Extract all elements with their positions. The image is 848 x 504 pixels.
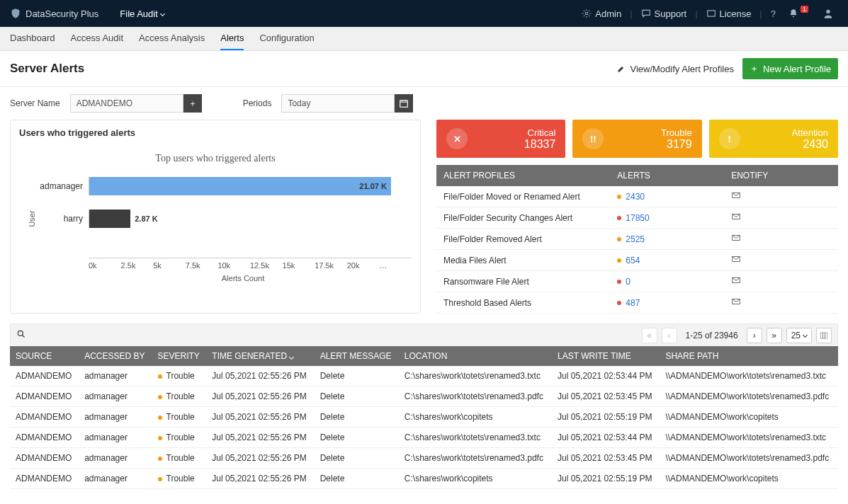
cell: Delete — [315, 428, 399, 448]
bar-fill: 21.07 K — [89, 177, 391, 195]
tab-access-analysis[interactable]: Access Analysis — [139, 27, 205, 50]
pencil-icon — [617, 64, 626, 73]
cell: \\ADMANDEMO\work\copitets — [660, 469, 838, 489]
cell: admanager — [79, 366, 152, 386]
tab-dashboard[interactable]: Dashboard — [10, 27, 55, 50]
notification-button[interactable]: 1 — [784, 8, 814, 18]
enotify-button[interactable] — [724, 190, 838, 202]
col-alert-message[interactable]: ALERT MESSAGE — [315, 346, 399, 366]
table-row[interactable]: ADMANDEMOadmanagerTroubleJul 05,2021 02:… — [10, 469, 838, 489]
stat-card-critical[interactable]: ✕Critical18337 — [436, 120, 565, 158]
table-row[interactable]: ADMANDEMOadmanagerTroubleJul 05,2021 02:… — [10, 448, 838, 469]
subnav: DashboardAccess AuditAccess AnalysisAler… — [0, 27, 848, 51]
chevron-down-icon — [803, 333, 808, 338]
enotify-button[interactable] — [724, 212, 838, 224]
x-axis: 0k2.5k5k7.5k10k12.5k15k17.5k20k… — [89, 258, 412, 270]
svg-rect-12 — [823, 333, 825, 338]
enotify-button[interactable] — [724, 254, 838, 266]
cell: ADMANDEMO — [10, 366, 79, 386]
topbar: DataSecurity Plus File Audit Admin | Sup… — [0, 0, 848, 27]
license-link[interactable]: License — [702, 8, 756, 19]
bell-icon — [788, 8, 798, 18]
columns-button[interactable] — [816, 328, 832, 343]
svg-rect-3 — [400, 101, 408, 107]
admin-label: Admin — [595, 8, 621, 19]
new-alert-profile-button[interactable]: ＋ New Alert Profile — [742, 58, 838, 79]
calendar-button[interactable] — [395, 94, 413, 113]
col-location[interactable]: LOCATION — [399, 346, 552, 366]
tab-access-audit[interactable]: Access Audit — [71, 27, 123, 50]
page-range: 1-25 of 23946 — [686, 331, 738, 340]
profile-row[interactable]: File/Folder Moved or Renamed Alert2430 — [436, 186, 838, 207]
page-prev-button[interactable]: ‹ — [662, 328, 677, 343]
modify-link-label: View/Modify Alert Profiles — [630, 64, 733, 74]
page-size-select[interactable]: 25 — [786, 328, 812, 343]
svg-rect-11 — [821, 333, 823, 338]
cell: admanager — [79, 407, 152, 428]
profile-count[interactable]: 17850 — [610, 213, 724, 223]
license-label: License — [720, 8, 752, 19]
user-menu[interactable] — [818, 8, 838, 19]
columns-icon — [820, 331, 828, 340]
cell: admanager — [79, 386, 152, 407]
stat-icon: ✕ — [446, 128, 468, 149]
profile-count[interactable]: 487 — [610, 298, 724, 308]
table-row[interactable]: ADMANDEMOadmanagerTroubleJul 05,2021 02:… — [10, 407, 838, 428]
support-link[interactable]: Support — [637, 8, 691, 19]
add-server-button[interactable]: ＋ — [183, 94, 202, 113]
chat-icon — [641, 8, 651, 18]
profile-row[interactable]: Ransomware File Alert0 — [436, 271, 838, 292]
profile-row[interactable]: Media Files Alert654 — [436, 250, 838, 271]
cell: Delete — [315, 366, 399, 386]
enotify-button[interactable] — [724, 233, 838, 245]
cell: Jul 05,2021 02:53:45 PM — [552, 386, 660, 407]
cell: ADMANDEMO — [10, 448, 79, 469]
page-next-button[interactable]: › — [747, 328, 762, 343]
cell: \\ADMANDEMO\work\totets\renamed3.txtc — [660, 428, 838, 448]
admin-link[interactable]: Admin — [577, 8, 626, 19]
cell: C:\shares\work\totets\renamed3.pdfc — [399, 448, 552, 469]
page-last-button[interactable]: » — [767, 328, 782, 343]
server-name-input[interactable] — [70, 94, 183, 113]
col-severity[interactable]: SEVERITY — [152, 346, 207, 366]
chart-bar: admanager21.07 K — [33, 176, 412, 197]
page-first-button[interactable]: « — [642, 328, 657, 343]
col-accessed-by[interactable]: ACCESSED BY — [79, 346, 152, 366]
page-header: Server Alerts View/Modify Alert Profiles… — [0, 51, 848, 87]
profile-count[interactable]: 2430 — [610, 192, 724, 202]
plus-icon: ＋ — [750, 62, 759, 75]
shield-icon — [10, 8, 21, 19]
stat-label: Trouble — [661, 127, 692, 138]
col-time-generated[interactable]: TIME GENERATED — [206, 346, 314, 366]
profile-row[interactable]: Threshold Based Alerts487 — [436, 292, 838, 314]
profile-name: Ransomware File Alert — [436, 277, 610, 287]
bar-label: admanager — [33, 181, 89, 191]
enotify-button[interactable] — [724, 297, 838, 309]
stat-icon: !! — [582, 128, 604, 149]
profile-row[interactable]: File/Folder Security Changes Alert17850 — [436, 207, 838, 229]
x-tick: 20k — [347, 261, 380, 270]
tab-alerts[interactable]: Alerts — [220, 27, 244, 50]
filter-bar: Server Name ＋ Periods — [0, 87, 848, 120]
col-last-write-time[interactable]: LAST WRITE TIME — [552, 346, 660, 366]
col-source[interactable]: SOURCE — [10, 346, 79, 366]
module-selector[interactable]: File Audit — [120, 8, 164, 19]
profile-count[interactable]: 654 — [610, 256, 724, 265]
stat-card-attention[interactable]: !Attention2430 — [709, 120, 838, 158]
col-share-path[interactable]: SHARE PATH — [660, 346, 838, 366]
profile-count[interactable]: 0 — [610, 277, 724, 287]
table-row[interactable]: ADMANDEMOadmanagerTroubleJul 05,2021 02:… — [10, 386, 838, 407]
user-icon — [822, 8, 834, 19]
help-button[interactable]: ? — [767, 8, 780, 19]
search-icon[interactable] — [16, 329, 26, 341]
table-row[interactable]: ADMANDEMOadmanagerTroubleJul 05,2021 02:… — [10, 428, 838, 448]
table-row[interactable]: ADMANDEMOadmanagerTroubleJul 05,2021 02:… — [10, 366, 838, 386]
period-input[interactable] — [281, 94, 395, 113]
view-modify-profiles-link[interactable]: View/Modify Alert Profiles — [617, 64, 733, 74]
tab-configuration[interactable]: Configuration — [259, 27, 314, 50]
profile-count[interactable]: 2525 — [610, 234, 724, 244]
enotify-button[interactable] — [724, 275, 838, 287]
product-logo[interactable]: DataSecurity Plus — [10, 8, 98, 19]
profile-row[interactable]: File/Folder Removed Alert2525 — [436, 229, 838, 250]
stat-card-trouble[interactable]: !!Trouble3179 — [572, 120, 701, 158]
